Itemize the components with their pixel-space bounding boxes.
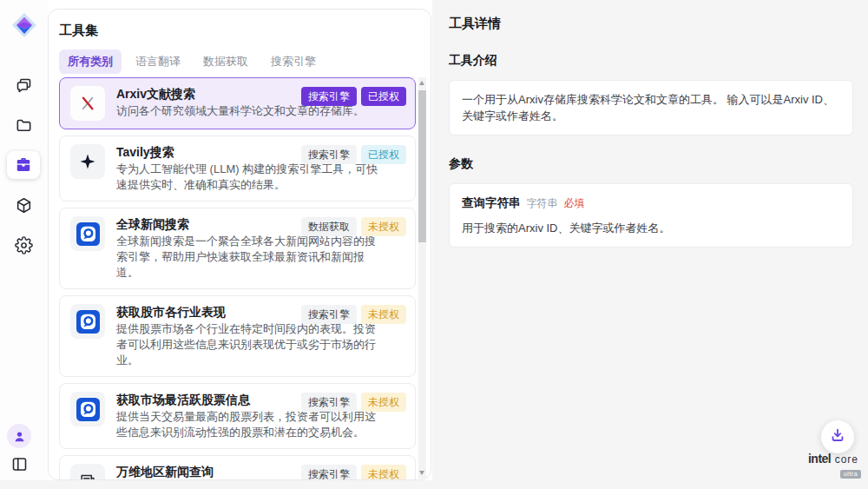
- category-tab[interactable]: 数据获取: [194, 50, 257, 74]
- sidebar-item-files[interactable]: [7, 111, 40, 139]
- category-tabs: 所有类别语言翻译数据获取搜索引擎: [59, 50, 325, 74]
- scroll-down-icon[interactable]: [419, 471, 424, 475]
- folder-icon: [15, 116, 33, 135]
- intro-box: 一个用于从Arxiv存储库搜索科学论文和文章的工具。 输入可以是Arxiv ID…: [449, 80, 853, 135]
- category-badge: 搜索引擎: [301, 87, 357, 106]
- parameter-row: 查询字符串 字符串 必填: [462, 195, 840, 212]
- tool-card[interactable]: 全球新闻搜索 全球新闻搜索是一个聚合全球各大新闻网站内容的搜索引擎，帮助用户快速…: [59, 208, 416, 289]
- auth-status-badge: 已授权: [361, 87, 406, 106]
- sidebar-item-profile[interactable]: [7, 424, 31, 448]
- category-tab[interactable]: 所有类别: [59, 50, 122, 74]
- tool-description: 全球新闻搜索是一个聚合全球各大新闻网站内容的搜索引擎，帮助用户快速获取全球最新资…: [116, 234, 378, 281]
- intro-text: 一个用于从Arxiv存储库搜索科学论文和文章的工具。 输入可以是Arxiv ID…: [462, 93, 834, 122]
- tool-card[interactable]: Arxiv文献搜索 访问各个研究领域大量科学论文和文章的存储库。 搜索引擎 已授…: [59, 77, 416, 129]
- tool-detail-panel: 工具详情 工具介绍 一个用于从Arxiv存储库搜索科学论文和文章的工具。 输入可…: [449, 0, 853, 248]
- intro-heading: 工具介绍: [449, 53, 853, 69]
- tool-description: 提供当天交易量最高的股票列表，投资者可以利用这些信息来识别流动性强的股票和潜在的…: [116, 409, 378, 440]
- params-heading: 参数: [449, 156, 853, 172]
- toolbox-icon: [14, 155, 33, 175]
- parameter-required-label: 必填: [564, 195, 585, 212]
- newspaper-icon: [70, 464, 105, 480]
- gear-icon: [15, 236, 33, 254]
- parameter-type: 字符串: [527, 195, 558, 212]
- toolset-panel: 工具集 所有类别语言翻译数据获取搜索引擎 Arxiv文献搜索 访问各个研究领域大…: [48, 9, 431, 480]
- tool-card[interactable]: 万维地区新闻查询 查询具体行政区划内的新闻，快速了解各地新闻动 搜索引擎 未授权: [59, 455, 416, 480]
- chat-icon: [15, 76, 33, 95]
- intel-core-logo: intel core ultra: [800, 453, 866, 479]
- ultra-badge: ultra: [840, 470, 861, 479]
- intel-logo-text: intel: [808, 452, 831, 466]
- nav-rail: [0, 0, 48, 480]
- left-region: 工具集 所有类别语言翻译数据获取搜索引擎 Arxiv文献搜索 访问各个研究领域大…: [0, 0, 432, 480]
- tool-card[interactable]: 获取股市各行业表现 提供股票市场各个行业在特定时间段内的表现。投资者可以利用这些…: [59, 295, 416, 377]
- sidebar-item-collapse-panel[interactable]: [10, 455, 29, 473]
- parameter-box: 查询字符串 字符串 必填 用于搜索的Arxiv ID、关键字或作者姓名。: [449, 183, 853, 248]
- category-badge: 搜索引擎: [301, 145, 357, 164]
- tool-list: Arxiv文献搜索 访问各个研究领域大量科学论文和文章的存储库。 搜索引擎 已授…: [59, 77, 416, 480]
- category-badge: 搜索引擎: [301, 305, 357, 324]
- auth-status-badge: 未授权: [361, 305, 406, 324]
- parameter-name: 查询字符串: [462, 195, 521, 211]
- scroll-up-icon[interactable]: [419, 81, 424, 85]
- rail-bottom: [7, 424, 31, 473]
- user-icon: [12, 429, 27, 444]
- download-button[interactable]: [821, 420, 854, 453]
- sidebar-item-settings[interactable]: [7, 231, 40, 259]
- sidebar-item-chat[interactable]: [7, 71, 40, 99]
- news-search-icon: [70, 216, 105, 251]
- tool-description: 提供股票市场各个行业在特定时间段内的表现。投资者可以利用这些信息来识别表现优于或…: [116, 321, 378, 368]
- tool-card[interactable]: 获取市场最活跃股票信息 提供当天交易量最高的股票列表，投资者可以利用这些信息来识…: [59, 383, 416, 449]
- core-logo-text: core: [835, 453, 858, 466]
- cube-icon: [15, 196, 33, 215]
- scrollbar[interactable]: [418, 77, 426, 479]
- auth-status-badge: 已授权: [361, 145, 406, 164]
- parameter-description: 用于搜索的Arxiv ID、关键字或作者姓名。: [462, 220, 840, 236]
- sidebar-item-models[interactable]: [7, 191, 40, 219]
- tool-card[interactable]: Tavily搜索 专为人工智能代理 (LLM) 构建的搜索引擎工具，可快速提供实…: [59, 135, 416, 202]
- app-logo gem-icon: [9, 10, 40, 41]
- panel-icon: [10, 455, 29, 473]
- category-badge: 数据获取: [301, 217, 357, 236]
- detail-title: 工具详情: [449, 16, 853, 32]
- category-tab[interactable]: 搜索引擎: [262, 50, 325, 74]
- arxiv-icon: [70, 86, 105, 121]
- rail-nav: [7, 71, 40, 259]
- tavily-icon: [70, 144, 105, 179]
- sidebar-item-tools[interactable]: [7, 151, 40, 179]
- scrollbar-thumb[interactable]: [418, 90, 426, 242]
- category-badge: 搜索引擎: [301, 465, 357, 480]
- news-search-icon: [70, 392, 105, 426]
- download-icon: [829, 426, 846, 447]
- auth-status-badge: 未授权: [361, 465, 406, 480]
- toolset-title: 工具集: [59, 23, 98, 39]
- tool-description: 专为人工智能代理 (LLM) 构建的搜索引擎工具，可快速提供实时、准确和真实的结…: [116, 162, 378, 193]
- category-tab[interactable]: 语言翻译: [127, 50, 189, 74]
- auth-status-badge: 未授权: [361, 393, 406, 412]
- news-search-icon: [70, 304, 105, 339]
- category-badge: 搜索引擎: [301, 393, 357, 412]
- auth-status-badge: 未授权: [361, 217, 406, 236]
